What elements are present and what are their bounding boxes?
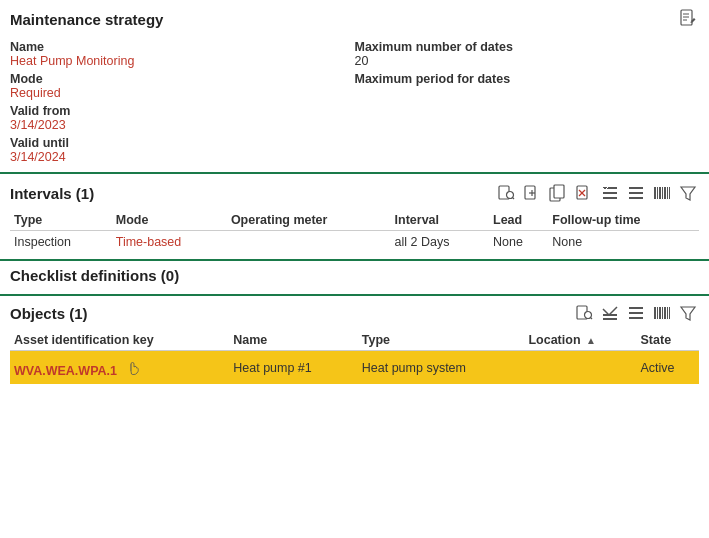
cursor-icon [126, 357, 140, 378]
checklist-section: Checklist definitions (0) [0, 261, 709, 296]
objects-table: Asset identification key Name Type Locat… [10, 330, 699, 384]
svg-rect-22 [657, 187, 658, 199]
objects-select-icon[interactable] [599, 302, 621, 324]
svg-rect-33 [603, 318, 617, 320]
objects-title: Objects (1) [10, 305, 88, 322]
svg-rect-43 [669, 307, 670, 319]
checklist-header: Checklist definitions (0) [10, 267, 699, 284]
row-lead: None [489, 231, 548, 254]
svg-rect-40 [662, 307, 663, 319]
intervals-select-icon[interactable] [599, 182, 621, 204]
col-location: Location ▲ [524, 330, 636, 351]
mode-value: Required [10, 86, 355, 100]
sort-icon-location: ▲ [586, 335, 596, 346]
maintenance-left: Name Heat Pump Monitoring Mode Required … [10, 36, 355, 166]
row-type: Inspection [10, 231, 112, 254]
maintenance-right: Maximum number of dates 20 Maximum perio… [355, 36, 700, 166]
row-type: Heat pump system [358, 351, 525, 385]
svg-rect-41 [664, 307, 666, 319]
document-edit-icon[interactable] [677, 8, 699, 30]
svg-rect-23 [659, 187, 661, 199]
mode-label: Mode [10, 72, 355, 86]
objects-icons [573, 302, 699, 324]
svg-rect-15 [603, 187, 617, 189]
maintenance-section: Maintenance strategy Name Heat Pump Moni… [0, 0, 709, 174]
intervals-table: Type Mode Operating meter Interval Lead … [10, 210, 699, 253]
checklist-title: Checklist definitions (0) [10, 267, 179, 284]
row-mode: Time-based [112, 231, 227, 254]
col-type: Type [358, 330, 525, 351]
max-dates-value: 20 [355, 54, 700, 68]
intervals-filter-icon[interactable] [677, 182, 699, 204]
svg-rect-19 [629, 192, 643, 194]
svg-point-5 [507, 192, 514, 199]
svg-rect-16 [603, 192, 617, 194]
maintenance-icons [677, 8, 699, 30]
objects-table-header: Asset identification key Name Type Locat… [10, 330, 699, 351]
svg-rect-25 [664, 187, 666, 199]
objects-filter-icon[interactable] [677, 302, 699, 324]
intervals-icons [495, 182, 699, 204]
svg-rect-39 [659, 307, 661, 319]
svg-rect-11 [554, 185, 564, 198]
row-location [524, 351, 636, 385]
svg-rect-37 [654, 307, 656, 319]
intervals-barcode-icon[interactable] [651, 182, 673, 204]
svg-rect-18 [629, 187, 643, 189]
col-name: Name [229, 330, 358, 351]
valid-until-label: Valid until [10, 136, 355, 150]
objects-list-icon[interactable] [625, 302, 647, 324]
svg-rect-32 [603, 314, 617, 316]
max-dates-label: Maximum number of dates [355, 40, 700, 54]
svg-marker-28 [681, 187, 695, 200]
row-interval: all 2 Days [391, 231, 489, 254]
objects-barcode-icon[interactable] [651, 302, 673, 324]
row-state: Active [637, 351, 699, 385]
intervals-title: Intervals (1) [10, 185, 94, 202]
svg-rect-26 [667, 187, 668, 199]
row-follow-up: None [548, 231, 699, 254]
svg-rect-45 [130, 364, 132, 371]
intervals-search-icon[interactable] [495, 182, 517, 204]
col-mode: Mode [112, 210, 227, 231]
col-asset-key: Asset identification key [10, 330, 229, 351]
svg-rect-36 [629, 317, 643, 319]
maintenance-header: Maintenance strategy [10, 8, 699, 30]
name-value: Heat Pump Monitoring [10, 54, 355, 68]
intervals-section: Intervals (1) [0, 174, 709, 261]
row-operating-meter [227, 231, 391, 254]
valid-from-value: 3/14/2023 [10, 118, 355, 132]
svg-rect-20 [629, 197, 643, 199]
objects-search-icon[interactable] [573, 302, 595, 324]
row-asset-key: WVA.WEA.WPA.1 [10, 351, 229, 385]
objects-section: Objects (1) [0, 296, 709, 388]
max-period-label: Maximum period for dates [355, 72, 700, 86]
col-interval: Interval [391, 210, 489, 231]
col-type: Type [10, 210, 112, 231]
svg-rect-42 [667, 307, 668, 319]
table-row[interactable]: WVA.WEA.WPA.1 Heat pump #1 Heat pump sys… [10, 351, 699, 385]
svg-marker-44 [681, 307, 695, 320]
valid-until-value: 3/14/2024 [10, 150, 355, 164]
col-state: State [637, 330, 699, 351]
table-row[interactable]: Inspection Time-based all 2 Days None No… [10, 231, 699, 254]
objects-header: Objects (1) [10, 302, 699, 324]
svg-point-30 [585, 312, 592, 319]
name-label: Name [10, 40, 355, 54]
col-lead: Lead [489, 210, 548, 231]
svg-rect-17 [603, 197, 617, 199]
maintenance-title: Maintenance strategy [10, 11, 163, 28]
intervals-add-icon[interactable] [521, 182, 543, 204]
svg-rect-35 [629, 312, 643, 314]
svg-line-31 [591, 318, 593, 320]
col-operating-meter: Operating meter [227, 210, 391, 231]
svg-rect-27 [669, 187, 670, 199]
maintenance-grid: Name Heat Pump Monitoring Mode Required … [10, 36, 699, 166]
valid-from-label: Valid from [10, 104, 355, 118]
svg-rect-21 [654, 187, 656, 199]
intervals-copy-icon[interactable] [547, 182, 569, 204]
row-name: Heat pump #1 [229, 351, 358, 385]
intervals-delete-icon[interactable] [573, 182, 595, 204]
svg-rect-38 [657, 307, 658, 319]
intervals-list-icon[interactable] [625, 182, 647, 204]
